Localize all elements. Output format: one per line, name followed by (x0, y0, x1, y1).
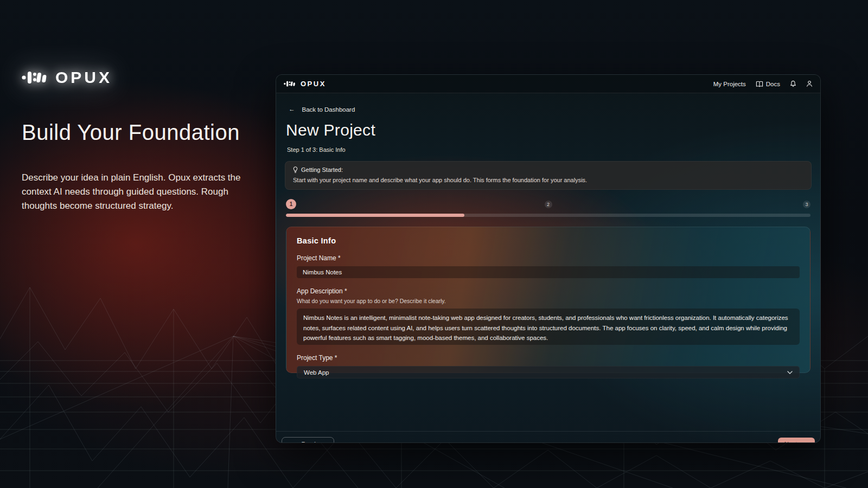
step-progress: 1 2 3 (286, 199, 810, 217)
user-account-button[interactable] (806, 80, 813, 87)
app-description-helper: What do you want your app to do or be? D… (297, 298, 800, 304)
getting-started-callout: Getting Started: Start with your project… (285, 161, 812, 190)
page-title: New Project (286, 121, 815, 139)
user-icon (806, 80, 813, 87)
window-body: ← Back to Dashboard New Project Step 1 o… (276, 106, 820, 443)
app-window: OPUX My Projects Docs (276, 74, 821, 443)
opux-logo-icon (284, 80, 297, 87)
app-description-textarea[interactable]: Nimbus Notes is an intelligent, minimali… (297, 309, 800, 345)
arrow-left-icon: ← (290, 441, 297, 443)
previous-button[interactable]: ← Previous (282, 437, 334, 443)
callout-title: Getting Started: (301, 166, 343, 173)
arrow-right-icon: → (802, 441, 809, 443)
back-link-label: Back to Dashboard (302, 106, 355, 113)
project-name-input[interactable] (297, 266, 800, 278)
chevron-down-icon (787, 371, 793, 374)
docs-label: Docs (766, 81, 780, 87)
hero-logo: OPUX (22, 68, 260, 87)
navbar-links: My Projects Docs (713, 80, 813, 87)
progress-bar-track (286, 214, 810, 217)
hero-panel: OPUX Build Your Foundation Describe your… (22, 68, 260, 213)
step-dot-2-label: 2 (547, 202, 550, 207)
basic-info-card: Basic Info Project Name * App Descriptio… (286, 227, 810, 373)
nav-my-projects-link[interactable]: My Projects (713, 81, 746, 87)
my-projects-label: My Projects (713, 81, 746, 87)
next-button-label: Next (784, 441, 797, 443)
step-dot-1[interactable]: 1 (286, 199, 296, 209)
navbar-logo-text: OPUX (301, 80, 326, 88)
hero-title: Build Your Foundation (22, 120, 260, 145)
arrow-left-icon: ← (289, 106, 295, 113)
opux-logo-icon (22, 70, 50, 85)
back-to-dashboard-link[interactable]: ← Back to Dashboard (289, 106, 355, 113)
book-icon (756, 81, 763, 87)
navbar-logo[interactable]: OPUX (284, 80, 326, 88)
notifications-button[interactable] (790, 80, 796, 87)
nav-docs-link[interactable]: Docs (756, 81, 780, 87)
top-navbar: OPUX My Projects Docs (276, 75, 820, 93)
project-type-value: Web App (304, 369, 329, 376)
callout-title-row: Getting Started: (293, 166, 803, 173)
step-dot-1-label: 1 (290, 201, 293, 207)
step-dot-3[interactable]: 3 (803, 201, 810, 208)
lightbulb-icon (293, 166, 298, 173)
project-type-select[interactable]: Web App (297, 366, 800, 378)
hero-description: Describe your idea in plain English. Opu… (22, 171, 253, 213)
app-description-label: App Description * (297, 287, 800, 295)
project-name-label: Project Name * (297, 254, 800, 262)
project-type-label: Project Type * (297, 354, 800, 362)
step-dot-2[interactable]: 2 (545, 201, 552, 208)
previous-button-label: Previous (302, 441, 326, 443)
next-button[interactable]: Next → (778, 438, 815, 443)
step-dot-3-label: 3 (805, 202, 808, 207)
progress-fill (286, 214, 464, 217)
step-indicator-text: Step 1 of 3: Basic Info (287, 146, 815, 153)
hero-logo-text: OPUX (55, 68, 112, 87)
wizard-footer: ← Previous Next → (276, 431, 820, 443)
form-section-title: Basic Info (297, 236, 800, 245)
callout-body: Start with your project name and describ… (293, 177, 803, 183)
bell-icon (790, 80, 796, 87)
